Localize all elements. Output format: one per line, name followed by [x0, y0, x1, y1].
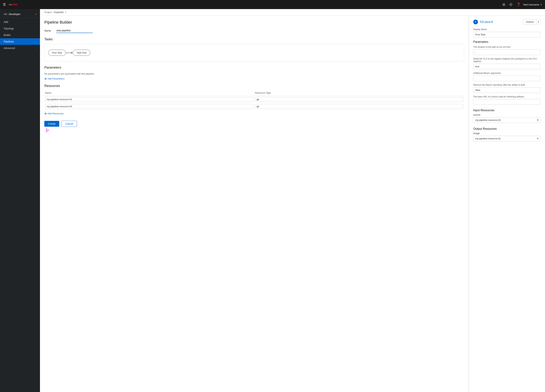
okd-logo: </> okd — [9, 3, 17, 6]
param-input-5[interactable] — [473, 99, 541, 105]
add-resources-plus-icon: ⊕ — [44, 112, 47, 115]
actions-caret-button[interactable]: ▾ — [536, 19, 541, 24]
actions-dropdown-arrow-icon: ▾ — [538, 21, 539, 23]
main-content: Project: Project01 ▾ Pipeline Builder Na… — [40, 9, 545, 392]
parameters-section-title: Parameters — [44, 66, 464, 70]
task-header: T S2i-java-8 Actions ▾ — [473, 19, 541, 24]
param-desc-4: Remove the Maven repository after the ar… — [473, 84, 541, 86]
task-node-first[interactable]: First Task — [48, 50, 66, 56]
actions-dropdown: Actions ▾ — [523, 19, 541, 24]
tasks-section-title: Tasks — [44, 37, 464, 41]
help-icon[interactable]: ❓ — [516, 3, 520, 6]
input-source-label: source — [473, 114, 541, 116]
cursor-indicator — [45, 128, 50, 133]
sidebar-item-advanced[interactable]: Advanced › — [0, 45, 40, 51]
output-image-label: image — [473, 132, 541, 135]
col-name-header: Name — [44, 91, 254, 96]
user-menu[interactable]: Ned Username ▼ — [523, 3, 542, 6]
task-node-one[interactable]: Task One — [73, 50, 90, 56]
resource-row-1 — [44, 96, 464, 103]
logo-code-icon: </> — [9, 3, 12, 6]
content-split: Pipeline Builder Name Tasks First Task T… — [40, 16, 545, 392]
name-field-label: Name — [44, 29, 53, 32]
sidebar-add-label: Add — [4, 20, 36, 24]
pipeline-name-input[interactable] — [56, 28, 93, 33]
output-image-select[interactable]: my-pipeline-resource-01 my-pipeline-reso… — [473, 136, 541, 141]
param-desc-2: Verify the TLS on the registry endpoint … — [473, 58, 541, 63]
task-badge: T — [473, 20, 478, 24]
sidebar-item-topology[interactable]: Topology — [0, 25, 40, 32]
add-parameters-link[interactable]: ⊕ Add Parameters — [44, 77, 464, 80]
param-input-1[interactable] — [473, 49, 541, 55]
svg-line-1 — [46, 130, 46, 131]
task-connector — [66, 52, 73, 54]
resource-type-input-1[interactable] — [255, 97, 464, 102]
tasks-diagram: First Task Task One — [44, 44, 464, 61]
svg-line-0 — [46, 131, 47, 132]
sub-header: Project: Project01 ▾ — [40, 9, 545, 16]
logo-brand: okd — [13, 3, 17, 6]
create-button-area: Create — [44, 121, 59, 127]
param-desc-5: The base URL of a mirror used for retrie… — [473, 96, 541, 98]
app-body: </> Developer ▾ Add Topology Builds Pipe… — [0, 9, 545, 392]
connector-line — [66, 53, 71, 53]
task-header-left: T S2i-java-8 — [473, 20, 493, 24]
add-params-plus-icon: ⊕ — [44, 77, 47, 80]
resource-name-input-1[interactable] — [45, 97, 254, 102]
add-resources-link[interactable]: ⊕ Add Resources — [44, 112, 464, 115]
param-desc-3: Additional Maven arguments — [473, 72, 541, 74]
input-source-select[interactable]: my-pipeline-resource-02 my-pipeline-reso… — [473, 117, 541, 123]
param-input-4[interactable] — [473, 87, 541, 93]
input-resources-title: Input Resources — [473, 109, 541, 112]
resources-section-title: Resources — [44, 84, 464, 88]
plus-icon[interactable]: ➕ — [509, 3, 513, 6]
sidebar-advanced-arrow-icon: › — [36, 47, 36, 49]
task-detail-panel: T S2i-java-8 Actions ▾ Display Name Para… — [469, 16, 545, 392]
project-dropdown-icon[interactable]: ▾ — [65, 11, 66, 13]
sidebar-item-add[interactable]: Add — [0, 19, 40, 25]
user-name: Ned Username — [523, 3, 539, 6]
pipeline-builder-panel: Pipeline Builder Name Tasks First Task T… — [40, 16, 469, 392]
add-params-label: Add Parameters — [47, 77, 64, 80]
output-resources-title: Output Resources — [473, 127, 541, 131]
parameters-detail-title: Parameters — [473, 40, 541, 43]
sidebar-topology-label: Topology — [4, 27, 36, 30]
resource-type-input-2[interactable] — [255, 104, 464, 109]
svg-line-3 — [46, 131, 46, 132]
cancel-button[interactable]: Cancel — [62, 121, 77, 127]
action-buttons: Create Cancel — [44, 121, 464, 127]
param-input-2[interactable] — [473, 64, 541, 69]
project-name: Project01 — [54, 11, 64, 14]
developer-icon: </> — [4, 13, 7, 16]
top-navigation: ☰ </> okd ⊞ ➕ ❓ Ned Username ▼ — [0, 0, 545, 9]
resources-table: Name Resource Type — [44, 91, 464, 110]
sidebar-item-builds[interactable]: Builds — [0, 32, 40, 38]
page-title: Pipeline Builder — [44, 20, 464, 25]
add-resources-label: Add Resources — [47, 112, 64, 115]
no-params-text: No parameters are associated with this p… — [44, 72, 464, 75]
developer-selector[interactable]: </> Developer ▾ — [0, 11, 40, 18]
developer-dropdown-arrow-icon: ▾ — [35, 13, 36, 15]
task-name-link[interactable]: S2i-java-8 — [480, 20, 493, 24]
grid-icon[interactable]: ⊞ — [502, 3, 505, 6]
user-dropdown-arrow-icon: ▼ — [540, 4, 542, 6]
sidebar-item-pipelines[interactable]: Pipelines — [0, 38, 40, 45]
project-label: Project: — [44, 11, 52, 14]
display-name-input[interactable] — [473, 32, 541, 37]
sidebar-pipelines-label: Pipelines — [4, 40, 36, 43]
param-input-3[interactable] — [473, 76, 541, 81]
connector-arrow-icon — [71, 52, 73, 54]
resource-row-2 — [44, 103, 464, 110]
nav-icons: ⊞ ➕ ❓ — [502, 3, 520, 6]
sidebar-builds-label: Builds — [4, 34, 36, 36]
actions-button[interactable]: Actions — [523, 19, 536, 24]
display-name-label: Display Name — [473, 28, 541, 31]
sidebar-advanced-label: Advanced — [4, 47, 34, 49]
param-desc-1: The location of the path to run s2i from — [473, 46, 541, 48]
sidebar: </> Developer ▾ Add Topology Builds Pipe… — [0, 9, 40, 392]
resource-name-input-2[interactable] — [45, 104, 254, 109]
create-button[interactable]: Create — [44, 121, 59, 127]
col-type-header: Resource Type — [254, 91, 464, 96]
hamburger-icon[interactable]: ☰ — [3, 3, 6, 6]
name-row: Name — [44, 28, 464, 33]
